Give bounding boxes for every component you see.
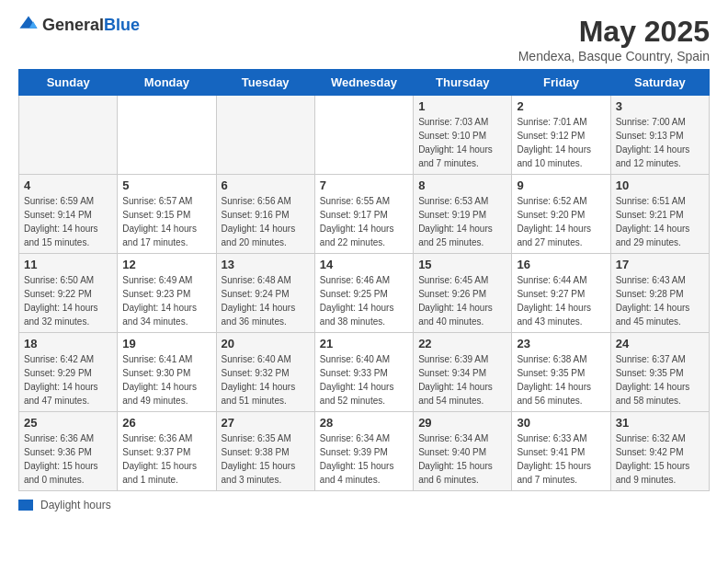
day-header-thursday: Thursday [414,70,512,96]
calendar-table: SundayMondayTuesdayWednesdayThursdayFrid… [18,69,710,491]
cell-info: Sunrise: 6:37 AM Sunset: 9:35 PM Dayligh… [616,352,704,408]
cell-date: 17 [616,258,704,271]
calendar-cell: 31Sunrise: 6:32 AM Sunset: 9:42 PM Dayli… [610,412,709,491]
calendar-cell: 23Sunrise: 6:38 AM Sunset: 9:35 PM Dayli… [512,333,610,412]
calendar-cell: 5Sunrise: 6:57 AM Sunset: 9:15 PM Daylig… [118,175,216,254]
cell-info: Sunrise: 6:38 AM Sunset: 9:35 PM Dayligh… [517,352,605,408]
calendar-cell: 10Sunrise: 6:51 AM Sunset: 9:21 PM Dayli… [610,175,709,254]
calendar-week-5: 25Sunrise: 6:36 AM Sunset: 9:36 PM Dayli… [19,412,710,491]
logo: GeneralBlue [18,15,140,35]
calendar-week-3: 11Sunrise: 6:50 AM Sunset: 9:22 PM Dayli… [19,254,710,333]
calendar-cell: 11Sunrise: 6:50 AM Sunset: 9:22 PM Dayli… [19,254,118,333]
cell-info: Sunrise: 6:50 AM Sunset: 9:22 PM Dayligh… [24,273,112,328]
calendar-cell: 20Sunrise: 6:40 AM Sunset: 9:32 PM Dayli… [216,333,314,412]
cell-date: 25 [24,416,112,430]
cell-info: Sunrise: 6:36 AM Sunset: 9:36 PM Dayligh… [24,431,112,487]
calendar-cell: 4Sunrise: 6:59 AM Sunset: 9:14 PM Daylig… [19,175,118,254]
cell-info: Sunrise: 6:40 AM Sunset: 9:33 PM Dayligh… [320,352,408,408]
cell-date: 30 [517,416,605,430]
legend-box [18,500,33,511]
calendar-cell: 21Sunrise: 6:40 AM Sunset: 9:33 PM Dayli… [314,333,413,412]
calendar-cell: 30Sunrise: 6:33 AM Sunset: 9:41 PM Dayli… [512,412,610,491]
calendar-cell: 24Sunrise: 6:37 AM Sunset: 9:35 PM Dayli… [610,333,709,412]
cell-date: 13 [222,258,310,271]
cell-date: 2 [517,99,605,113]
cell-date: 20 [222,337,310,350]
calendar-cell: 16Sunrise: 6:44 AM Sunset: 9:27 PM Dayli… [512,254,610,333]
header-row: SundayMondayTuesdayWednesdayThursdayFrid… [19,70,710,96]
cell-info: Sunrise: 6:35 AM Sunset: 9:38 PM Dayligh… [222,431,310,487]
calendar-cell [314,96,413,175]
calendar-cell: 3Sunrise: 7:00 AM Sunset: 9:13 PM Daylig… [610,96,709,175]
calendar-cell: 9Sunrise: 6:52 AM Sunset: 9:20 PM Daylig… [512,175,610,254]
cell-date: 24 [616,337,704,350]
cell-date: 26 [122,416,210,430]
calendar-cell: 15Sunrise: 6:45 AM Sunset: 9:26 PM Dayli… [414,254,512,333]
subtitle: Mendexa, Basque Country, Spain [518,49,710,63]
cell-date: 3 [616,99,704,113]
cell-date: 21 [320,337,408,350]
day-header-friday: Friday [512,70,610,96]
cell-info: Sunrise: 6:57 AM Sunset: 9:15 PM Dayligh… [122,194,210,249]
cell-date: 11 [24,258,112,271]
cell-date: 27 [222,416,310,430]
calendar-cell: 22Sunrise: 6:39 AM Sunset: 9:34 PM Dayli… [414,333,512,412]
cell-date: 22 [418,337,506,350]
calendar-cell: 29Sunrise: 6:34 AM Sunset: 9:40 PM Dayli… [414,412,512,491]
main-title: May 2025 [518,15,710,49]
calendar-cell: 17Sunrise: 6:43 AM Sunset: 9:28 PM Dayli… [610,254,709,333]
cell-date: 8 [418,178,506,192]
cell-date: 16 [517,258,605,271]
calendar-cell: 25Sunrise: 6:36 AM Sunset: 9:36 PM Dayli… [19,412,118,491]
cell-date: 12 [122,258,210,271]
logo-icon [18,15,39,35]
day-header-monday: Monday [118,70,216,96]
cell-date: 14 [320,258,408,271]
cell-info: Sunrise: 6:39 AM Sunset: 9:34 PM Dayligh… [418,352,506,408]
cell-date: 28 [320,416,408,430]
calendar-cell: 26Sunrise: 6:36 AM Sunset: 9:37 PM Dayli… [118,412,216,491]
cell-info: Sunrise: 6:40 AM Sunset: 9:32 PM Dayligh… [222,352,310,408]
cell-date: 15 [418,258,506,271]
calendar-cell: 1Sunrise: 7:03 AM Sunset: 9:10 PM Daylig… [414,96,512,175]
cell-date: 7 [320,178,408,192]
cell-info: Sunrise: 6:36 AM Sunset: 9:37 PM Dayligh… [122,431,210,487]
cell-date: 9 [517,178,605,192]
cell-info: Sunrise: 6:48 AM Sunset: 9:24 PM Dayligh… [222,273,310,328]
cell-date: 10 [616,178,704,192]
cell-info: Sunrise: 7:03 AM Sunset: 9:10 PM Dayligh… [418,115,506,170]
cell-info: Sunrise: 6:33 AM Sunset: 9:41 PM Dayligh… [517,431,605,487]
calendar-cell: 7Sunrise: 6:55 AM Sunset: 9:17 PM Daylig… [314,175,413,254]
cell-info: Sunrise: 6:45 AM Sunset: 9:26 PM Dayligh… [418,273,506,328]
header: GeneralBlue May 2025 Mendexa, Basque Cou… [18,15,710,63]
cell-date: 31 [616,416,704,430]
cell-info: Sunrise: 6:34 AM Sunset: 9:39 PM Dayligh… [320,431,408,487]
cell-info: Sunrise: 6:53 AM Sunset: 9:19 PM Dayligh… [418,194,506,249]
cell-info: Sunrise: 6:34 AM Sunset: 9:40 PM Dayligh… [418,431,506,487]
cell-info: Sunrise: 6:32 AM Sunset: 9:42 PM Dayligh… [616,431,704,487]
cell-info: Sunrise: 6:42 AM Sunset: 9:29 PM Dayligh… [24,352,112,408]
calendar-cell [118,96,216,175]
cell-info: Sunrise: 6:41 AM Sunset: 9:30 PM Dayligh… [122,352,210,408]
calendar-cell: 18Sunrise: 6:42 AM Sunset: 9:29 PM Dayli… [19,333,118,412]
day-header-saturday: Saturday [610,70,709,96]
calendar-cell: 28Sunrise: 6:34 AM Sunset: 9:39 PM Dayli… [314,412,413,491]
title-block: May 2025 Mendexa, Basque Country, Spain [518,15,710,63]
cell-info: Sunrise: 6:56 AM Sunset: 9:16 PM Dayligh… [222,194,310,249]
cell-date: 19 [122,337,210,350]
cell-info: Sunrise: 7:01 AM Sunset: 9:12 PM Dayligh… [517,115,605,170]
cell-date: 5 [122,178,210,192]
legend-label: Daylight hours [40,499,111,511]
cell-date: 4 [24,178,112,192]
cell-info: Sunrise: 6:46 AM Sunset: 9:25 PM Dayligh… [320,273,408,328]
day-header-sunday: Sunday [19,70,118,96]
legend: Daylight hours [18,499,710,511]
cell-date: 6 [222,178,310,192]
logo-text-blue: Blue [104,16,140,34]
calendar-week-1: 1Sunrise: 7:03 AM Sunset: 9:10 PM Daylig… [19,96,710,175]
calendar-cell [19,96,118,175]
cell-info: Sunrise: 6:44 AM Sunset: 9:27 PM Dayligh… [517,273,605,328]
calendar-cell: 12Sunrise: 6:49 AM Sunset: 9:23 PM Dayli… [118,254,216,333]
cell-info: Sunrise: 6:55 AM Sunset: 9:17 PM Dayligh… [320,194,408,249]
cell-date: 23 [517,337,605,350]
